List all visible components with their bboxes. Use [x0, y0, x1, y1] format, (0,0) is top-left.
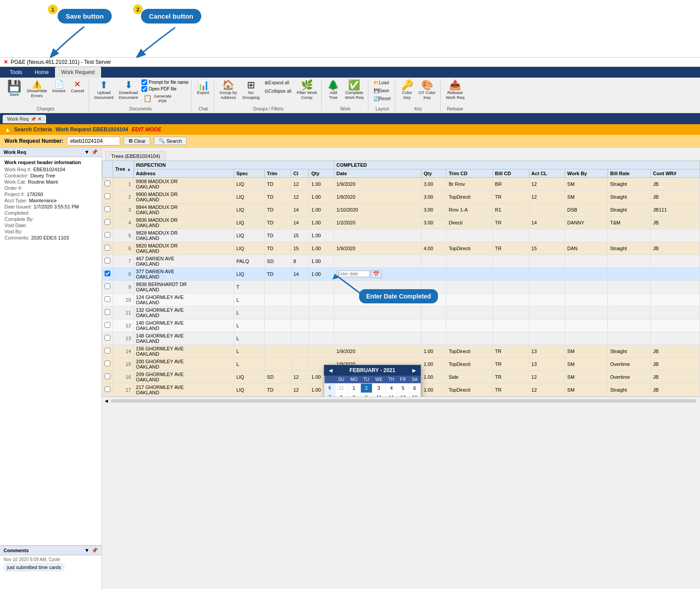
row-trim[interactable]: TD [265, 203, 291, 216]
row-spec[interactable]: LIQ [234, 177, 265, 190]
row-bill-cd[interactable]: BR [493, 177, 529, 190]
row-work-by[interactable] [565, 267, 608, 280]
row-act-cl[interactable] [529, 293, 565, 306]
row-qty[interactable]: 1.00 [309, 229, 334, 242]
row-qty[interactable] [309, 319, 334, 332]
row-bill-cd[interactable]: TR [493, 216, 529, 229]
row-bill-rate[interactable] [608, 267, 651, 280]
row-bill-rate[interactable] [608, 332, 651, 345]
row-cont-wr[interactable] [651, 332, 700, 345]
th-act-cl[interactable]: Act CL [529, 169, 565, 177]
row-trim[interactable] [265, 293, 291, 306]
row-checkbox[interactable] [102, 280, 113, 293]
calendar-day[interactable]: 10 [372, 393, 386, 397]
row-bill-rate[interactable] [608, 280, 651, 293]
row-trim[interactable] [265, 357, 291, 370]
row-bill-rate[interactable]: Straight [608, 190, 651, 203]
row-spec[interactable]: LIQ [234, 267, 265, 280]
row-checkbox[interactable] [102, 370, 113, 383]
subtab-work-req[interactable]: Work Req 📌 ✕ [3, 115, 46, 123]
row-act-cl[interactable]: 12 [529, 383, 565, 396]
row-cl[interactable]: 12 [291, 177, 309, 190]
collapse-all-button[interactable]: ⊟ Collapse all [263, 88, 293, 95]
load-button[interactable]: 📂 Load [372, 79, 392, 86]
row-spec[interactable]: LIQ [234, 216, 265, 229]
row-cl[interactable]: 14 [291, 216, 309, 229]
criteria-chevron[interactable]: ▲ [4, 126, 11, 133]
th-trim-cd[interactable]: Trim CD [446, 169, 493, 177]
open-pdf-checkbox[interactable] [141, 86, 147, 92]
group-by-address-button[interactable]: 🏠 Group byAddress [218, 79, 239, 101]
row-bill-rate[interactable] [608, 229, 651, 242]
prompt-file-name-checkbox[interactable] [141, 79, 147, 85]
row-address[interactable]: 9838 BERNHARDT DROAKLAND [133, 280, 234, 293]
row-bill-cd[interactable]: TR [493, 345, 529, 357]
row-bill-cd[interactable] [493, 306, 529, 319]
th-cont-wr[interactable]: Cont WR# [651, 169, 700, 177]
row-act-cl[interactable] [529, 229, 565, 242]
complete-work-req-button[interactable]: ✅ CompleteWork Req [343, 79, 365, 101]
row-comp-qty[interactable]: 1.00 [421, 370, 446, 383]
row-cont-wr[interactable]: JB [651, 345, 700, 357]
row-bill-rate[interactable] [608, 306, 651, 319]
search-button[interactable]: 🔍 Search [154, 137, 187, 145]
row-date[interactable]: 1/2/2020 [334, 216, 421, 229]
row-trim[interactable]: SD [265, 255, 291, 267]
row-date[interactable]: 1/9/2020 [334, 345, 421, 357]
row-address[interactable]: 140 GHORMLEY AVEOAKLAND [133, 319, 234, 332]
row-qty[interactable]: 1.00 [309, 242, 334, 255]
row-cont-wr[interactable]: JB [651, 242, 700, 255]
show-hide-errors-button[interactable]: ⚠️ Show/HideErrors [25, 79, 49, 99]
th-tree-num[interactable]: Tree ▲ [113, 161, 134, 177]
row-address[interactable]: 9836 MADDUX DROAKLAND [133, 216, 234, 229]
row-cl[interactable]: 14 [291, 203, 309, 216]
calendar-day[interactable]: 12 [397, 393, 409, 397]
row-checkbox[interactable] [102, 242, 113, 255]
row-cont-wr[interactable] [651, 319, 700, 332]
row-cont-wr[interactable] [651, 280, 700, 293]
row-act-cl[interactable] [529, 203, 565, 216]
row-checkbox[interactable] [102, 357, 113, 370]
row-act-cl[interactable]: 12 [529, 190, 565, 203]
row-act-cl[interactable]: 14 [529, 216, 565, 229]
row-bill-cd[interactable] [493, 293, 529, 306]
row-trim-cd[interactable]: Side [446, 370, 493, 383]
row-checkbox[interactable] [102, 319, 113, 332]
row-address[interactable]: 377 DARIEN AVEOAKLAND [133, 267, 234, 280]
no-grouping-button[interactable]: ⊞ NoGrouping [240, 79, 261, 101]
row-work-by[interactable]: SM [565, 177, 608, 190]
row-cl[interactable]: 14 [291, 267, 309, 280]
row-spec[interactable]: LIQ [234, 242, 265, 255]
row-work-by[interactable]: SM [565, 190, 608, 203]
row-bill-rate[interactable]: Straight [608, 203, 651, 216]
th-address[interactable]: Address [133, 169, 234, 177]
row-trim[interactable] [265, 319, 291, 332]
row-bill-cd[interactable]: TR [493, 383, 529, 396]
row-spec[interactable]: LIQ [234, 190, 265, 203]
calendar-day[interactable]: 1 [347, 383, 360, 393]
row-qty[interactable]: 1.00 [309, 190, 334, 203]
export-button[interactable]: 📊 Export [195, 79, 211, 96]
row-act-cl[interactable]: 15 [529, 242, 565, 255]
row-address[interactable]: 124 GHORMLEY AVEOAKLAND [133, 293, 234, 306]
tab-work-request[interactable]: Work Request [55, 67, 101, 78]
row-checkbox[interactable] [102, 345, 113, 357]
row-trim-cd[interactable]: Rmv 1-A [446, 203, 493, 216]
row-cont-wr[interactable]: JB [651, 383, 700, 396]
row-cl[interactable]: 8 [291, 255, 309, 267]
row-bill-rate[interactable]: Straight [608, 177, 651, 190]
row-cl[interactable] [291, 357, 309, 370]
row-date[interactable]: 1/10/2020 [334, 203, 421, 216]
save-button[interactable]: 💾 Save [5, 79, 23, 98]
row-bill-rate[interactable] [608, 293, 651, 306]
calendar-day[interactable]: 31 [335, 383, 347, 393]
cancel-button[interactable]: ✕ Cancel [69, 79, 86, 94]
reset-button[interactable]: 🔄 Reset [372, 95, 392, 102]
row-work-by[interactable]: SM [565, 345, 608, 357]
row-bill-cd[interactable] [493, 229, 529, 242]
row-cont-wr[interactable] [651, 229, 700, 242]
calendar-day[interactable]: 6 [409, 383, 420, 393]
row-date[interactable]: 1/9/2020 [334, 190, 421, 203]
th-cl[interactable]: Cl [291, 169, 309, 177]
row-work-by[interactable] [565, 306, 608, 319]
